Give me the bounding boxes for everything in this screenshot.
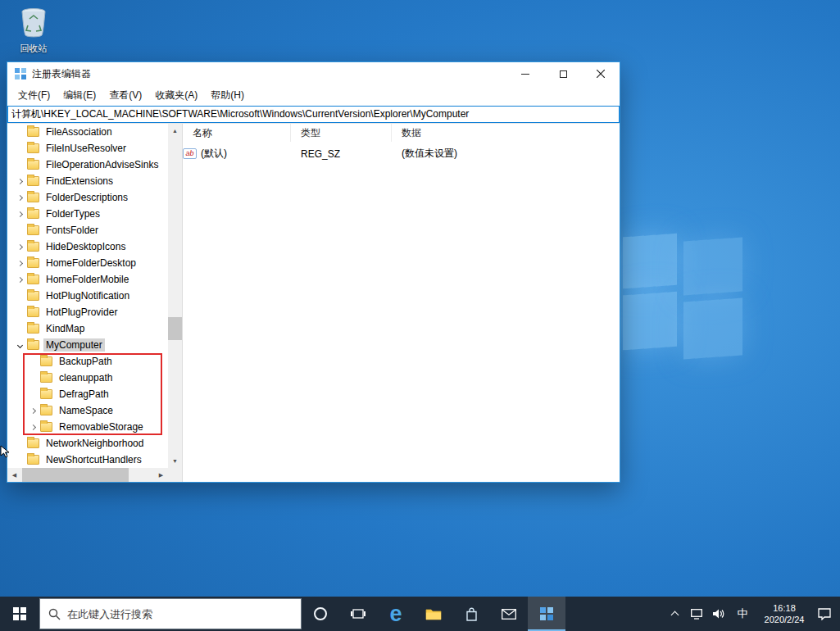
regedit-taskbar-button[interactable] bbox=[528, 597, 565, 631]
tree-item-label: FolderTypes bbox=[43, 207, 102, 220]
ime-indicator[interactable]: 中 bbox=[733, 597, 751, 631]
tree-vertical-scrollbar[interactable] bbox=[168, 124, 182, 468]
edge-button[interactable]: e bbox=[377, 597, 415, 631]
chevron-right-icon[interactable] bbox=[27, 425, 39, 429]
menu-bar: 文件(F)编辑(E)查看(V)收藏夹(A)帮助(H) bbox=[7, 85, 620, 106]
chevron-right-icon[interactable] bbox=[14, 278, 25, 282]
value-row[interactable]: (默认)REG_SZ(数值未设置) bbox=[183, 145, 620, 161]
vertical-scroll-thumb[interactable] bbox=[168, 317, 182, 340]
menu-file[interactable]: 文件(F) bbox=[11, 85, 57, 106]
scrollbar-corner bbox=[168, 468, 182, 482]
recycle-bin-label: 回收站 bbox=[8, 43, 59, 55]
tree-item-networkneighborhood[interactable]: NetworkNeighborhood bbox=[7, 435, 168, 452]
tree-item-foldertypes[interactable]: FolderTypes bbox=[7, 206, 168, 222]
tree-item-namespace[interactable]: NameSpace bbox=[7, 402, 168, 419]
action-center-button[interactable] bbox=[817, 597, 832, 631]
menu-view[interactable]: 查看(V) bbox=[102, 85, 148, 106]
tree-item-homefoldermobile[interactable]: HomeFolderMobile bbox=[7, 271, 168, 288]
store-icon bbox=[465, 606, 479, 621]
scroll-down-icon[interactable] bbox=[168, 454, 182, 468]
tree-item-label: FileOperationAdviseSinks bbox=[43, 158, 161, 171]
column-header-data[interactable]: 数据 bbox=[392, 124, 620, 142]
hidden-icons-button[interactable] bbox=[667, 597, 682, 631]
string-value-icon bbox=[183, 148, 197, 159]
address-input[interactable] bbox=[7, 106, 620, 123]
mail-icon bbox=[502, 609, 516, 620]
tree-item-fontsfolder[interactable]: FontsFolder bbox=[7, 222, 168, 238]
tree-item-findextensions[interactable]: FindExtensions bbox=[7, 173, 168, 189]
folder-icon bbox=[27, 455, 39, 465]
column-header-name[interactable]: 名称 bbox=[183, 124, 291, 142]
folder-icon bbox=[27, 291, 39, 301]
chevron-right-icon[interactable] bbox=[14, 245, 25, 249]
taskbar-search[interactable] bbox=[39, 598, 302, 629]
clock[interactable]: 16:18 2020/2/24 bbox=[759, 602, 810, 625]
chevron-right-icon[interactable] bbox=[27, 409, 39, 413]
tree-item-hidedesktopicons[interactable]: HideDesktopIcons bbox=[7, 238, 168, 255]
tree-item-hotplugprovider[interactable]: HotPlugProvider bbox=[7, 304, 168, 320]
close-icon bbox=[597, 70, 605, 78]
registry-values-pane: 名称类型数据 (默认)REG_SZ(数值未设置) bbox=[183, 124, 620, 482]
tree-item-removablestorage[interactable]: RemovableStorage bbox=[7, 419, 168, 435]
scroll-right-icon[interactable] bbox=[154, 468, 168, 482]
tree-item-defragpath[interactable]: DefragPath bbox=[7, 386, 168, 402]
horizontal-scroll-thumb[interactable] bbox=[22, 468, 129, 482]
column-header-type[interactable]: 类型 bbox=[291, 124, 392, 142]
chevron-right-icon[interactable] bbox=[14, 261, 25, 266]
mail-button[interactable] bbox=[490, 597, 528, 631]
maximize-button[interactable] bbox=[544, 62, 582, 85]
tree-item-cleanuppath[interactable]: cleanuppath bbox=[7, 370, 168, 386]
tree-item-label: KindMap bbox=[43, 322, 87, 335]
store-button[interactable] bbox=[452, 597, 490, 631]
folder-icon bbox=[27, 242, 39, 252]
tree-item-label: RemovableStorage bbox=[57, 420, 146, 434]
volume-button[interactable] bbox=[711, 597, 726, 631]
folder-icon bbox=[27, 193, 39, 202]
task-view-button[interactable] bbox=[339, 597, 377, 631]
tree-item-fileassociation[interactable]: FileAssociation bbox=[7, 124, 168, 140]
tree-item-hotplugnotification[interactable]: HotPlugNotification bbox=[7, 288, 168, 304]
titlebar[interactable]: 注册表编辑器 bbox=[7, 62, 620, 85]
menu-help[interactable]: 帮助(H) bbox=[204, 85, 251, 106]
close-button[interactable] bbox=[582, 62, 620, 85]
chevron-right-icon[interactable] bbox=[14, 179, 25, 184]
tree-item-label: NameSpace bbox=[57, 404, 116, 417]
network-button[interactable] bbox=[689, 597, 704, 631]
menu-edit[interactable]: 编辑(E) bbox=[57, 85, 102, 106]
tree-item-label: FileAssociation bbox=[43, 125, 115, 138]
tree-item-folderdescriptions[interactable]: FolderDescriptions bbox=[7, 189, 168, 206]
tree-item-label: HomeFolderDesktop bbox=[43, 256, 138, 270]
taskbar: e 中 16:18 2020/2/24 bbox=[0, 597, 840, 631]
cortana-button[interactable] bbox=[302, 597, 339, 631]
file-explorer-button[interactable] bbox=[415, 597, 452, 631]
recycle-bin[interactable]: 回收站 bbox=[8, 4, 59, 55]
folder-icon bbox=[27, 275, 39, 284]
tree-item-kindmap[interactable]: KindMap bbox=[7, 320, 168, 337]
search-input[interactable] bbox=[67, 608, 293, 620]
registry-tree-pane: FileAssociationFileInUseResolverFileOper… bbox=[7, 124, 183, 482]
recycle-bin-icon bbox=[16, 27, 51, 41]
minimize-button[interactable] bbox=[506, 62, 544, 85]
scroll-up-icon[interactable] bbox=[168, 124, 182, 138]
regedit-window: 注册表编辑器 文件(F)编辑(E)查看(V)收藏夹(A)帮助(H) FileAs… bbox=[7, 61, 620, 483]
tree-item-label: cleanuppath bbox=[57, 371, 115, 384]
chevron-down-icon[interactable] bbox=[14, 343, 25, 347]
tree-horizontal-scrollbar[interactable] bbox=[7, 468, 168, 482]
scroll-left-icon[interactable] bbox=[7, 468, 21, 482]
menu-favorites[interactable]: 收藏夹(A) bbox=[148, 85, 204, 106]
clock-date: 2020/2/24 bbox=[759, 614, 810, 625]
desktop: 回收站 注册表编辑器 文件(F)编辑(E)查看(V)收藏夹(A)帮助(H) Fi… bbox=[0, 0, 840, 631]
tree-item-fileoperationadvisesinks[interactable]: FileOperationAdviseSinks bbox=[7, 157, 168, 173]
tree-item-fileinuseresolver[interactable]: FileInUseResolver bbox=[7, 140, 168, 157]
chevron-right-icon[interactable] bbox=[14, 196, 25, 200]
tree-item-backuppath[interactable]: BackupPath bbox=[7, 353, 168, 370]
window-title: 注册表编辑器 bbox=[32, 67, 91, 81]
value-type: REG_SZ bbox=[291, 146, 392, 161]
tree-item-label: HotPlugProvider bbox=[43, 306, 120, 319]
tree-item-mycomputer[interactable]: MyComputer bbox=[7, 337, 168, 353]
start-button[interactable] bbox=[0, 597, 39, 631]
regedit-body: FileAssociationFileInUseResolverFileOper… bbox=[7, 124, 620, 482]
chevron-right-icon[interactable] bbox=[14, 212, 25, 216]
tree-item-homefolderdesktop[interactable]: HomeFolderDesktop bbox=[7, 255, 168, 271]
tree-item-newshortcuthandlers[interactable]: NewShortcutHandlers bbox=[7, 452, 168, 468]
